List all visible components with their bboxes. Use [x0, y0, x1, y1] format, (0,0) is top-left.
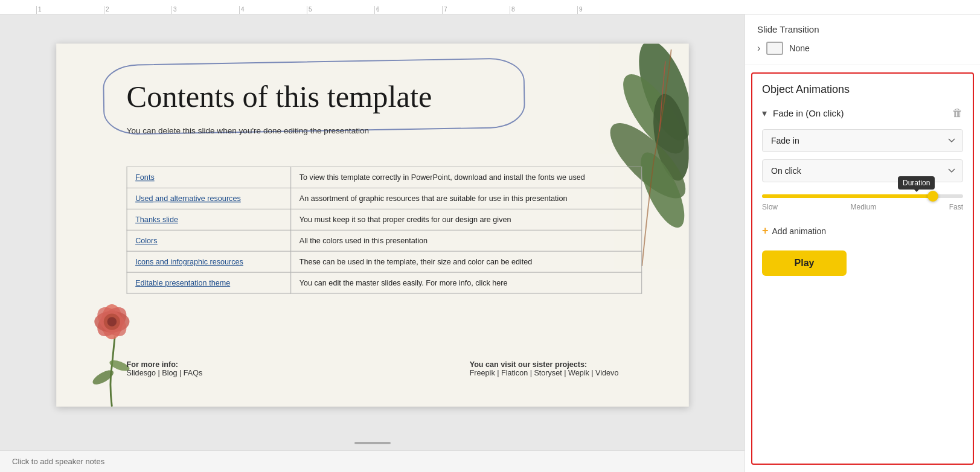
transition-value: None: [789, 43, 809, 53]
slider-thumb: [927, 191, 938, 202]
table-row: Editable presentation theme You can edit…: [127, 272, 642, 293]
slider-fill: [762, 194, 933, 198]
add-icon: +: [762, 225, 769, 237]
footer-left: For more info: Slidesgo | Blog | FAQs: [126, 360, 202, 377]
footer-left-links: Slidesgo | Blog | FAQs: [126, 369, 202, 378]
table-cell-col2: To view this template correctly in Power…: [290, 167, 641, 188]
object-animations-title: Object Animations: [762, 83, 963, 96]
ruler-mark-1: 1: [36, 6, 104, 14]
transition-icon: [766, 42, 783, 55]
play-button[interactable]: Play: [762, 250, 847, 276]
slide-table: Fonts To view this template correctly in…: [126, 167, 642, 293]
add-animation-label: Add animation: [772, 226, 827, 236]
slide-transition-section: Slide Transition › None: [745, 14, 980, 65]
table-cell-col1: Thanks slide: [127, 209, 291, 230]
animation-chevron-icon[interactable]: ▾: [762, 107, 767, 119]
canvas-area: Contents of this template You can delete…: [0, 14, 745, 472]
add-animation-button[interactable]: + Add animation: [762, 221, 963, 241]
table-cell-col1: Editable presentation theme: [127, 272, 291, 293]
table-cell-col1: Colors: [127, 230, 291, 251]
table-row: Used and alternative resources An assort…: [127, 188, 642, 209]
ruler-mark-9: 9: [577, 6, 645, 14]
object-animations-panel: Object Animations ▾ Fade in (On click) 🗑…: [751, 72, 974, 465]
slide-transition-title: Slide Transition: [757, 24, 968, 34]
chevron-right-icon[interactable]: ›: [757, 43, 760, 54]
slide-title-box: Contents of this template You can delete…: [115, 67, 583, 135]
ruler-mark-6: 6: [374, 6, 442, 14]
footer-right-links: Freepik | Flaticon | Storyset | Wepik | …: [469, 369, 618, 378]
animation-item: ▾ Fade in (On click) 🗑: [762, 107, 963, 120]
table-cell-col2: These can be used in the template, their…: [290, 251, 641, 272]
ruler-marks: 1 2 3 4 5 6 7 8 9: [36, 6, 645, 14]
speaker-notes-placeholder: Click to add speaker notes: [12, 457, 104, 466]
slide[interactable]: Contents of this template You can delete…: [56, 43, 689, 406]
ruler: 1 2 3 4 5 6 7 8 9: [0, 0, 980, 14]
slider-labels: Slow Medium Fast: [762, 203, 963, 211]
scroll-indicator: [0, 436, 745, 450]
table-cell-col1: Fonts: [127, 167, 291, 188]
ruler-mark-2: 2: [104, 6, 171, 14]
table-row: Colors All the colors used in this prese…: [127, 230, 642, 251]
slide-footer: For more info: Slidesgo | Blog | FAQs Yo…: [126, 360, 618, 377]
ruler-mark-5: 5: [307, 6, 374, 14]
canvas-wrapper: Contents of this template You can delete…: [0, 14, 745, 436]
footer-right-label: You can visit our sister projects:: [469, 360, 587, 369]
transition-row: › None: [757, 42, 968, 55]
duration-tooltip: Duration: [898, 176, 935, 190]
main-layout: Contents of this template You can delete…: [0, 14, 980, 472]
slow-label: Slow: [762, 203, 778, 211]
table-row: Icons and infographic resources These ca…: [127, 251, 642, 272]
slide-title: Contents of this template: [115, 67, 583, 121]
ruler-mark-7: 7: [442, 6, 510, 14]
effect-dropdown[interactable]: Fade in Fly in Zoom in Bounce: [762, 129, 963, 152]
duration-slider-section: Duration Slow Medium Fast: [762, 194, 963, 211]
delete-animation-icon[interactable]: 🗑: [952, 107, 963, 120]
slide-subtitle: You can delete this slide when you're do…: [115, 126, 583, 135]
ruler-mark-3: 3: [171, 6, 239, 14]
right-panel: Slide Transition › None Object Animation…: [745, 14, 980, 472]
fast-label: Fast: [949, 203, 963, 211]
footer-right: You can visit our sister projects: Freep…: [469, 360, 618, 377]
speaker-notes[interactable]: Click to add speaker notes: [0, 450, 745, 472]
table-cell-col1: Icons and infographic resources: [127, 251, 291, 272]
table-cell-col2: All the colors used in this presentation: [290, 230, 641, 251]
animation-item-name: Fade in (On click): [773, 108, 952, 118]
scroll-thumb: [354, 442, 391, 444]
table-row: Fonts To view this template correctly in…: [127, 167, 642, 188]
medium-label: Medium: [850, 203, 876, 211]
table-row: Thanks slide You must keep it so that pr…: [127, 209, 642, 230]
table-cell-col2: You can edit the master slides easily. F…: [290, 272, 641, 293]
flower-decoration-bottom-left: [74, 290, 144, 407]
table-cell-col1: Used and alternative resources: [127, 188, 291, 209]
ruler-mark-8: 8: [510, 6, 577, 14]
footer-left-label: For more info:: [126, 360, 178, 369]
slider-track: Duration: [762, 194, 963, 198]
ruler-mark-4: 4: [239, 6, 307, 14]
table-cell-col2: You must keep it so that proper credits …: [290, 209, 641, 230]
svg-point-5: [91, 368, 115, 387]
table-cell-col2: An assortment of graphic resources that …: [290, 188, 641, 209]
